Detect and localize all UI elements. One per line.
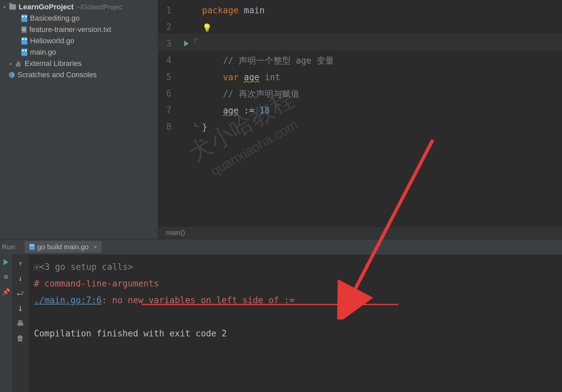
- run-label: Run:: [2, 243, 20, 251]
- external-libraries-row[interactable]: ▸ External Libraries: [0, 58, 158, 69]
- external-libraries-label: External Libraries: [25, 59, 82, 68]
- line-number[interactable]: 8: [158, 118, 171, 135]
- scroll-up-icon[interactable]: ↑: [18, 259, 22, 268]
- code-line[interactable]: package main: [202, 2, 562, 19]
- project-path: ~/GolandProjec: [76, 3, 122, 11]
- print-icon[interactable]: 🖶: [17, 319, 24, 327]
- breadcrumb-item[interactable]: main(): [166, 229, 185, 237]
- code-line[interactable]: // 声明一个整型 age 变量: [202, 52, 562, 69]
- text-file-icon: [21, 26, 27, 33]
- folder-icon: [9, 4, 16, 10]
- line-number[interactable]: 1: [158, 2, 171, 19]
- run-tool-window: Run: go build main.go × ⚙ 📌 ↑ ↓ ⮐ ⤓ 🖶 🗑: [0, 239, 562, 392]
- scratches-row[interactable]: Scratches and Consoles: [0, 69, 158, 81]
- scroll-down-icon[interactable]: ↓: [18, 274, 22, 283]
- project-tree[interactable]: ▾ LearnGoProject ~/GolandProjec Basicedi…: [0, 0, 158, 239]
- line-number[interactable]: 4: [158, 52, 171, 69]
- console-error-header: # command-line-arguments: [34, 275, 557, 292]
- run-tab-bar: Run: go build main.go ×: [0, 239, 562, 255]
- file-row[interactable]: feature-trainer-version.txt: [0, 24, 158, 35]
- scratches-label: Scratches and Consoles: [17, 71, 97, 79]
- intention-bulb-icon[interactable]: 💡: [202, 20, 212, 36]
- fold-start-icon[interactable]: [195, 39, 199, 43]
- chevron-down-icon: ▾: [2, 4, 7, 10]
- run-tab-title: go build main.go: [37, 243, 89, 251]
- console-footer: Compilation finished with exit code 2: [34, 325, 557, 342]
- go-file-icon: [21, 15, 27, 22]
- pin-icon[interactable]: 📌: [2, 288, 10, 296]
- annotation-underline: [142, 304, 398, 305]
- run-toolbar-left: ⚙ 📌: [0, 255, 12, 392]
- console-error-link[interactable]: ./main.go:7:6: [34, 295, 102, 305]
- project-root-row[interactable]: ▾ LearnGoProject ~/GolandProjec: [0, 1, 158, 13]
- line-number[interactable]: 3: [158, 35, 171, 52]
- fold-gutter[interactable]: [195, 2, 202, 226]
- code-line[interactable]: }: [202, 119, 562, 135]
- line-number-gutter[interactable]: 12345678: [158, 2, 195, 226]
- expand-icon[interactable]: +: [34, 265, 39, 270]
- line-number[interactable]: 5: [158, 69, 171, 85]
- fold-end-icon[interactable]: [195, 122, 199, 126]
- go-run-icon: [29, 244, 35, 250]
- run-toolbar-mid: ↑ ↓ ⮐ ⤓ 🖶 🗑: [12, 255, 29, 392]
- scratches-icon: [9, 72, 15, 78]
- code-line[interactable]: age := 18: [202, 102, 562, 119]
- soft-wrap-icon[interactable]: ⮐: [17, 289, 24, 297]
- line-number[interactable]: 6: [158, 85, 171, 102]
- code-line[interactable]: var age int: [202, 69, 562, 86]
- scroll-to-end-icon[interactable]: ⤓: [17, 304, 23, 312]
- close-icon[interactable]: ×: [91, 244, 97, 251]
- breadcrumb-bar[interactable]: main(): [158, 226, 562, 239]
- file-row[interactable]: Helloworld.go: [0, 35, 158, 47]
- file-name: Basicediting.go: [30, 14, 80, 23]
- code-line[interactable]: 💡: [202, 19, 562, 36]
- file-row[interactable]: main.go: [0, 47, 158, 58]
- trash-icon[interactable]: 🗑: [17, 334, 24, 342]
- line-number[interactable]: 7: [158, 102, 171, 118]
- go-file-icon: [21, 49, 27, 56]
- file-name: feature-trainer-version.txt: [29, 25, 111, 34]
- code-line[interactable]: // 再次声明与赋值: [202, 86, 562, 102]
- file-row[interactable]: Basicediting.go: [0, 13, 158, 24]
- go-file-icon: [21, 37, 27, 45]
- settings-icon[interactable]: ⚙: [4, 273, 8, 281]
- code-editor[interactable]: 12345678 package main💡func main() { // 声…: [158, 0, 562, 239]
- line-number[interactable]: 2: [158, 19, 171, 35]
- run-icon[interactable]: [4, 259, 8, 265]
- console-folded-line: <3 go setup calls>: [39, 262, 133, 272]
- run-console-output[interactable]: +<3 go setup calls> # command-line-argum…: [29, 255, 562, 392]
- file-name: main.go: [30, 48, 56, 57]
- run-config-tab[interactable]: go build main.go ×: [25, 241, 102, 253]
- run-line-icon[interactable]: [184, 41, 189, 47]
- chevron-right-icon: ▸: [9, 61, 13, 66]
- current-line-highlight: [158, 34, 562, 51]
- file-name: Helloworld.go: [30, 37, 74, 45]
- libraries-icon: [16, 61, 22, 67]
- project-name: LearnGoProject: [19, 3, 74, 11]
